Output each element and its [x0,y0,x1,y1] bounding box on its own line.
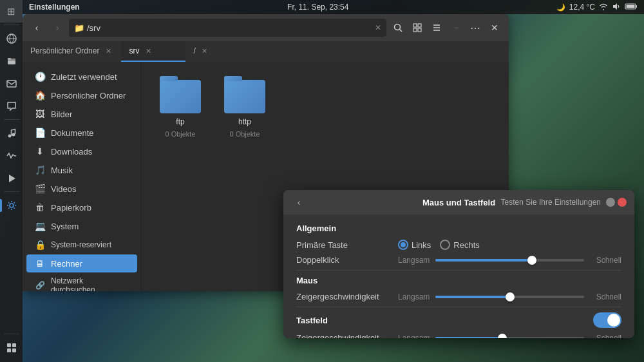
wifi-icon [599,2,608,13]
list-view-button[interactable] [428,19,446,37]
documents-icon: 📄 [34,127,46,138]
system-bar-left: Einstellungen [29,3,80,12]
grid-view-button[interactable] [408,19,426,37]
row-trackpad-header: Tastfeld [296,312,621,328]
sidebar-item-documents[interactable]: 📄 Dokumente [26,124,137,142]
taskbar-separator-bottom [4,334,19,334]
system-bar-center: Fr, 11. Sep, 23:54 [287,3,348,12]
sidebar-item-music[interactable]: 🎵 Musik [26,161,137,179]
sidebar-item-pictures[interactable]: 🖼 Bilder [26,105,137,123]
sidebar-item-system-label: System [51,222,79,231]
svg-marker-7 [9,175,15,182]
sidebar-item-computer[interactable]: 🖥 Rechner [26,254,137,272]
network-icon: 🔗 [34,280,46,291]
sidebar-item-trash[interactable]: 🗑 Papierkorb [26,198,137,216]
sidebar-item-downloads-label: Downloads [51,147,92,157]
taskbar-icon-activity[interactable] [0,144,23,167]
sidebar-item-documents-label: Dokumente [51,128,93,138]
zoom-out-button[interactable]: − [447,19,465,37]
label-double-click: Doppelklick [296,255,393,265]
svg-rect-3 [8,58,11,60]
taskbar-icon-web[interactable] [0,27,23,50]
trackpad-toggle[interactable] [593,312,621,328]
taskbar-separator-2 [4,119,19,120]
settings-close-button[interactable] [618,198,627,207]
taskbar-grid-button[interactable] [0,336,23,359]
taskbar-apps-button[interactable]: ⊞ [0,0,23,23]
folder-http[interactable]: http 0 Objekte [219,75,270,143]
datetime: Fr, 11. Sep, 23:54 [287,3,348,12]
sidebar-item-videos[interactable]: 🎬 Videos [26,180,137,198]
taskbar-icon-mail[interactable] [0,72,23,95]
sidebar-item-system-reserved-label: System-reserviert [51,240,111,249]
settings-test-link[interactable]: Testen Sie Ihre Einstellungen [501,198,601,207]
double-click-fast: Schnell [589,256,621,265]
sidebar-item-home[interactable]: 🏠 Persönlicher Ordner [26,86,137,104]
sidebar-item-system[interactable]: 💻 System [26,217,137,235]
trackpad-speed-fill [435,337,502,339]
clear-location-icon[interactable]: ✕ [375,23,381,32]
mouse-slow-label: Langsam [398,292,430,301]
settings-dialog-title: Maus und Tastfeld [422,198,495,207]
radio-rechts[interactable]: Rechts [440,240,479,250]
mouse-speed-thumb[interactable] [506,292,515,301]
tab-root[interactable]: / ✕ [185,41,250,62]
double-click-thumb[interactable] [527,256,536,265]
taskbar-icon-music[interactable] [0,122,23,144]
sidebar-item-downloads[interactable]: ⬇ Downloads [26,142,137,160]
tab-personal-close[interactable]: ✕ [103,46,113,56]
computer-icon: 🖥 [34,258,46,269]
trackpad-speed-thumb[interactable] [498,334,507,339]
tab-srv-close[interactable]: ✕ [143,46,153,56]
section-mouse-title: Maus [296,276,621,285]
double-click-track[interactable] [435,259,584,262]
tab-srv[interactable]: srv ✕ [121,41,185,62]
row-double-click: Doppelklick Langsam Schnell [296,255,621,265]
mouse-speed-track[interactable] [435,296,584,298]
svg-line-18 [400,30,402,32]
taskbar-icon-chat[interactable] [0,95,23,117]
svg-rect-11 [7,348,11,352]
trackpad-speed-track[interactable] [435,337,584,339]
sidebar-item-recent[interactable]: 🕐 Zuletzt verwendet [26,68,137,86]
trackpad-speed-slider[interactable]: Langsam Schnell [398,334,621,339]
file-manager-toolbar: ‹ › 📁 /srv ✕ − ⋯ ✕ [23,14,509,41]
sidebar-item-trash-label: Papierkorb [51,203,91,213]
close-window-button[interactable]: ✕ [486,19,504,37]
forward-button[interactable]: › [48,19,66,37]
folder-icon-path: 📁 [74,23,84,33]
mouse-speed-slider[interactable]: Langsam Schnell [398,292,621,301]
folder-ftp[interactable]: ftp 0 Objekte [155,75,206,143]
mouse-fast-label: Schnell [589,292,621,301]
app-title: Einstellungen [29,3,80,12]
radio-rechts-dot [440,240,450,250]
taskbar-icon-files[interactable] [0,50,23,72]
tab-personal-folder[interactable]: Persönlicher Ordner ✕ [23,41,121,62]
settings-dialog: ‹ Maus und Tastfeld Testen Sie Ihre Eins… [283,190,634,338]
sidebar-item-system-reserved[interactable]: 🔒 System-reserviert [26,236,137,254]
tab-root-close[interactable]: ✕ [200,46,210,56]
sidebar-item-network[interactable]: 🔗 Netzwerk durchsuchen [26,273,137,291]
more-options-button[interactable]: ⋯ [466,19,484,37]
svg-rect-16 [627,5,635,8]
search-button[interactable] [389,19,407,37]
svg-rect-20 [418,24,421,27]
location-bar[interactable]: 📁 /srv ✕ [69,19,386,37]
settings-back-button[interactable]: ‹ [291,195,307,210]
svg-point-8 [10,204,14,207]
svg-rect-22 [418,28,421,32]
settings-minimize-button[interactable] [606,198,615,207]
double-click-slider[interactable]: Langsam Schnell [398,256,621,265]
taskbar-icon-settings[interactable] [0,194,23,216]
back-button[interactable]: ‹ [28,19,46,37]
sidebar-item-recent-label: Zuletzt verwendet [51,72,117,82]
taskbar-bottom [0,332,23,362]
radio-links-label: Links [412,240,431,250]
radio-links[interactable]: Links [398,240,431,250]
folder-ftp-icon [160,80,201,113]
svg-point-17 [395,24,401,30]
sidebar-item-network-label: Netzwerk durchsuchen [51,276,129,291]
trackpad-fast-label: Schnell [589,334,621,339]
taskbar-icon-video[interactable] [0,167,23,189]
settings-window-controls [606,198,627,207]
